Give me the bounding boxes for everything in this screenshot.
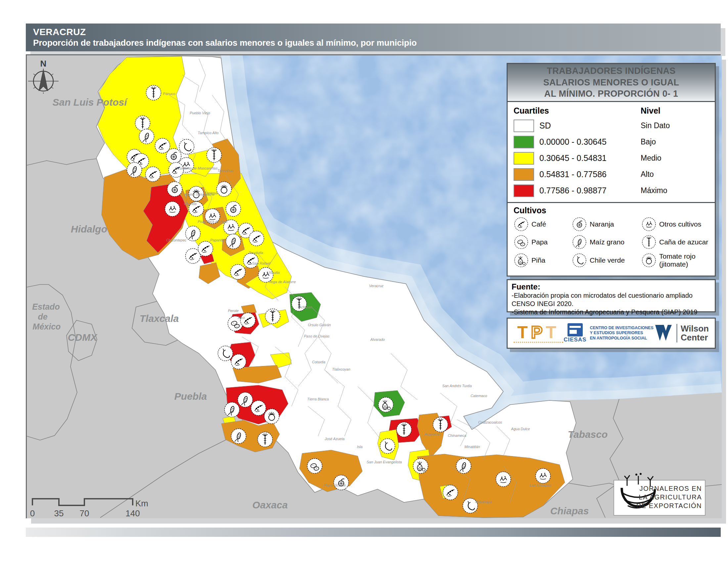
- municipality-label: Tlalixcoyan: [332, 367, 350, 371]
- tpt-letter: T: [546, 323, 560, 342]
- legend-class-row: 0.54831 - 0.77586 Alto: [514, 166, 709, 182]
- crop-icon: [226, 234, 241, 249]
- crop-icon: [396, 422, 411, 437]
- cultivo-label: Naranja: [590, 220, 614, 228]
- municipality-label: Vega de Alatorre: [269, 280, 296, 284]
- scale-tick: 140: [125, 508, 140, 518]
- crop-icon: [224, 402, 239, 417]
- page: VERACRUZ Proporción de trabajadores indí…: [0, 0, 728, 563]
- crop-icon: [206, 147, 221, 162]
- crop-icon: [443, 485, 458, 500]
- cultivo-item: Maíz grano: [572, 234, 641, 250]
- municipality-label: Uxpanapa: [475, 500, 492, 504]
- papa-icon: [514, 234, 529, 250]
- municipality-label: Tamiahua: [217, 168, 233, 172]
- wilson-line: Wilson: [681, 324, 709, 333]
- class-level: Máximo: [641, 186, 667, 195]
- crop-icon: [185, 226, 200, 241]
- municipality-label: Ozuluama de Mascareñas: [175, 166, 218, 170]
- cultivo-item: Papa: [514, 234, 572, 250]
- crop-icon: [216, 181, 231, 196]
- map-frame: San Luis Potosí Hidalgo Tlaxcala CDMX Pu…: [26, 54, 721, 518]
- bottom-gradient-bar: [26, 528, 721, 537]
- legend-panel: TRABAJADORES INDÍGENAS SALARIOS MENORES …: [507, 63, 716, 276]
- ciesas-line: CENTRO DE INVESTIGACIONES: [590, 326, 653, 331]
- state-label-edomex: México: [33, 322, 61, 331]
- municipality-label: Tecolutla: [249, 251, 263, 255]
- legend-class-row: 0.77586 - 0.98877 Máximo: [514, 182, 709, 199]
- class-range: 0.77586 - 0.98877: [539, 186, 641, 195]
- state-label-edomex: Estado: [32, 302, 60, 311]
- class-level: Medio: [641, 154, 661, 163]
- crop-icon: [456, 458, 471, 473]
- cultivo-item: Piña: [514, 252, 572, 268]
- class-range: SD: [539, 121, 641, 130]
- municipality-label: Papantla: [210, 238, 224, 242]
- state-label: Tlaxcala: [140, 313, 179, 324]
- crop-icon: [251, 400, 266, 415]
- crop-icon: [257, 432, 272, 447]
- map-subtitle: Proporción de trabajadores indígenas con…: [33, 37, 713, 48]
- crop-icon: [226, 201, 241, 216]
- cultivo-label: Caña de azucar: [659, 238, 708, 246]
- class-range: 0.54831 - 0.77586: [539, 169, 641, 179]
- crop-icon: [238, 392, 252, 407]
- swatch-bajo: [514, 136, 534, 148]
- legend-title: TRABAJADORES INDÍGENAS SALARIOS MENORES …: [508, 64, 715, 102]
- state-label: Oaxaca: [252, 499, 288, 510]
- municipality-label: Playa Vicente: [323, 483, 345, 487]
- municipality-label: Minatitlán: [464, 445, 480, 449]
- crop-icon: [218, 346, 233, 361]
- ciesas-acronym: CIESAS: [564, 337, 586, 343]
- ciesas-line: Y ESTUDIOS SUPERIORES: [590, 331, 653, 336]
- municipality-label: Chontla: [184, 202, 197, 206]
- cultivo-item: Tomate rojo (jitomate): [641, 252, 709, 268]
- crop-icon: [380, 439, 395, 453]
- legend-class-row: 0.00000 - 0.30645 Bajo: [514, 134, 709, 150]
- ciesas-logo: CIESAS CENTRO DE INVESTIGACIONES Y ESTUD…: [564, 323, 654, 343]
- jornaleros-line: LA AGRICULTURA: [639, 493, 702, 501]
- swatch-alto: [514, 168, 534, 181]
- municipality-label: Agua Dulce: [511, 427, 530, 431]
- legend-class-row: SD Sin Dato: [514, 117, 709, 134]
- fuente-line: -Sistema de Información Agropecuaria y P…: [512, 308, 711, 316]
- crop-icon: [535, 468, 550, 483]
- crop-icon: [433, 417, 448, 432]
- crop-icon: [165, 201, 180, 216]
- tomate-rojo-icon: [641, 253, 657, 268]
- municipality-label: Acayucan: [424, 432, 440, 436]
- swatch-maximo: [514, 184, 534, 197]
- municipality-label: Tierra Blanca: [307, 397, 329, 401]
- municipality-label: Pueblo Viejo: [190, 111, 210, 115]
- swatch-sd: [514, 119, 534, 132]
- ciesas-line: EN ANTROPOLOGÍA SOCIAL: [590, 336, 653, 341]
- legend-title-line: SALARIOS MENORES O IGUAL: [543, 77, 679, 88]
- municipality-label: Alvarado: [370, 338, 385, 342]
- legend-col-nivel: Nivel: [641, 106, 660, 116]
- cultivo-label: Chile verde: [590, 256, 625, 264]
- chile-verde-icon: [572, 253, 587, 268]
- cultivo-item: Caña de azucar: [641, 234, 709, 250]
- cultivos-title: Cultivos: [514, 206, 709, 215]
- municipality-label: Poza Rica de Hgo.: [198, 219, 228, 223]
- crop-icon: [496, 472, 511, 487]
- crop-icon: [240, 313, 255, 328]
- wilson-center-logo: Wilson Center: [654, 324, 709, 343]
- jornaleros-line: DE EXPORTACIÓN: [636, 502, 702, 509]
- crop-icon: [145, 166, 160, 181]
- crop-icon: [378, 397, 393, 412]
- crop-icon: [139, 129, 154, 144]
- crop-icon: [265, 309, 280, 324]
- crop-icon: [243, 253, 258, 268]
- municipality-label: Paso de Ovejas: [304, 334, 330, 338]
- tpt-logo: TPT: [514, 324, 563, 343]
- fuente-title: Fuente:: [512, 282, 711, 292]
- crop-icon: [198, 241, 213, 256]
- crop-icon: [179, 139, 194, 154]
- crop-icon: [167, 181, 182, 196]
- cultivo-label: Papa: [531, 238, 548, 246]
- tpt-letter: P: [531, 323, 546, 342]
- class-level: Alto: [641, 170, 654, 179]
- compass-n-label: N: [40, 59, 47, 69]
- cultivo-item: Café: [514, 216, 572, 232]
